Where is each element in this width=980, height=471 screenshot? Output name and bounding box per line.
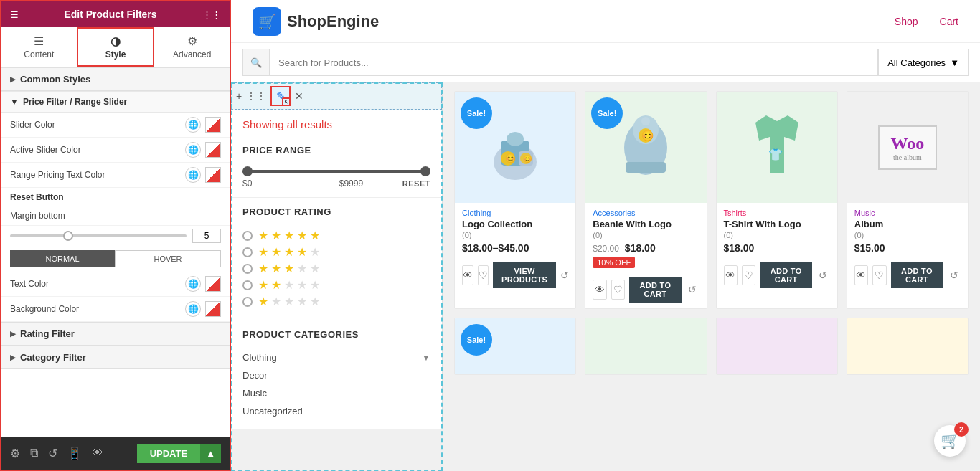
update-arrow-button[interactable]: ▲ — [200, 444, 221, 463]
range-pricing-globe[interactable]: 🌐 — [185, 167, 201, 183]
add-to-cart-btn-2[interactable]: ADD TO CART — [629, 277, 682, 303]
radio-1[interactable] — [242, 297, 253, 307]
cart-badge: 2 — [954, 422, 969, 437]
search-icon-btn[interactable]: 🔍 — [242, 49, 270, 76]
partial-img-7 — [717, 318, 837, 374]
radio-3[interactable] — [242, 264, 253, 274]
layers-icon[interactable]: ⧉ — [30, 447, 38, 460]
svg-point-13 — [641, 117, 650, 125]
update-button[interactable]: UPDATE — [137, 444, 200, 463]
nav-shop[interactable]: Shop — [895, 16, 918, 27]
price-slider-left[interactable] — [242, 166, 253, 176]
active-slider-picker[interactable] — [205, 142, 221, 158]
product-card-1: Sale! 😊 😊 — [454, 91, 576, 309]
rating-4[interactable]: ★★★★★ — [242, 245, 430, 259]
eye-icon[interactable]: 👁 — [92, 447, 103, 460]
margin-slider-thumb[interactable] — [63, 231, 73, 241]
active-slider-globe[interactable]: 🌐 — [185, 142, 201, 158]
rating-5[interactable]: ★★★★★ — [242, 229, 430, 242]
history-icon[interactable]: ↺ — [48, 447, 57, 460]
range-pricing-picker[interactable] — [205, 167, 221, 183]
woo-text: Woo — [891, 134, 925, 153]
hover-btn[interactable]: HOVER — [115, 250, 221, 267]
wishlist-action-1[interactable]: ♡ — [478, 265, 489, 285]
logo-icon-symbol: 🛒 — [258, 13, 276, 30]
category-decor[interactable]: Decor — [242, 366, 430, 384]
category-clothing-expand[interactable]: ▼ — [422, 353, 430, 363]
margin-bottom-row: Margin bottom — [1, 206, 230, 226]
wishlist-action-3[interactable]: ♡ — [742, 265, 755, 285]
product-rating-label: PRODUCT RATING — [242, 206, 331, 217]
reset-button[interactable]: RESET — [402, 179, 430, 188]
text-color-globe[interactable]: 🌐 — [185, 276, 201, 292]
tab-advanced[interactable]: ⚙ Advanced — [154, 27, 230, 67]
eye-action-1[interactable]: 👁 — [462, 265, 473, 285]
wishlist-action-2[interactable]: ♡ — [611, 280, 625, 300]
svg-rect-9 — [626, 162, 666, 173]
view-products-btn-1[interactable]: VIEW PRODUCTS — [493, 262, 556, 288]
svg-point-2 — [507, 132, 524, 146]
reload-action-1[interactable]: ↺ — [560, 265, 569, 285]
nav-cart[interactable]: Cart — [940, 16, 958, 27]
reload-action-3[interactable]: ↺ — [816, 265, 830, 285]
normal-btn[interactable]: NORMAL — [10, 250, 115, 267]
filter-edit-icon[interactable]: ✎ ↖ — [270, 86, 291, 106]
tab-style[interactable]: ◑ Style — [77, 27, 155, 67]
bg-color-globe[interactable]: 🌐 — [185, 301, 201, 317]
svg-text:👕: 👕 — [768, 148, 783, 161]
rating-3[interactable]: ★★★★★ — [242, 262, 430, 275]
tab-content[interactable]: ☰ Content — [1, 27, 77, 67]
grid-icon[interactable]: ⋮⋮ — [202, 9, 221, 20]
text-color-row: Text Color 🌐 — [1, 272, 230, 297]
text-color-label: Text Color — [10, 279, 49, 289]
eye-action-3[interactable]: 👁 — [724, 265, 738, 285]
rating-filter-header[interactable]: ▶ Rating Filter — [1, 322, 230, 346]
cart-icon-wrap[interactable]: 🛒 2 — [934, 425, 966, 457]
panel-body: ▶ Common Styles ▼ Price Filter / Range S… — [1, 67, 230, 437]
price-filter-header[interactable]: ▼ Price Filter / Range Slider — [1, 91, 230, 113]
product-rating-3: (0) — [724, 231, 830, 239]
hamburger-icon[interactable]: ☰ — [10, 9, 19, 20]
margin-slider-track[interactable] — [10, 234, 187, 237]
reload-action-4[interactable]: ↺ — [947, 265, 961, 285]
device-icon[interactable]: 📱 — [67, 447, 82, 460]
common-styles-header[interactable]: ▶ Common Styles — [1, 67, 230, 91]
radio-2[interactable] — [242, 280, 253, 290]
bg-color-picker[interactable] — [205, 301, 221, 317]
price-filter-label: Price Filter / Range Slider — [23, 97, 127, 107]
panel-footer: ⚙ ⧉ ↺ 📱 👁 UPDATE ▲ — [1, 437, 230, 470]
common-styles-label: Common Styles — [20, 74, 90, 85]
category-dropdown[interactable]: All Categories ▼ — [878, 49, 969, 76]
eye-action-2[interactable]: 👁 — [593, 280, 606, 300]
slider-color-globe[interactable]: 🌐 — [185, 117, 201, 133]
radio-5[interactable] — [242, 231, 253, 241]
category-music[interactable]: Music — [242, 384, 430, 402]
slider-color-picker[interactable] — [205, 117, 221, 133]
wishlist-action-4[interactable]: ♡ — [872, 265, 886, 285]
toolbar-close-icon[interactable]: ✕ — [295, 90, 303, 102]
rating-2[interactable]: ★★★★★ — [242, 278, 430, 292]
eye-action-4[interactable]: 👁 — [854, 265, 868, 285]
range-pricing-color-label: Range Pricing Text Color — [10, 170, 105, 180]
tab-advanced-label: Advanced — [173, 49, 211, 60]
category-uncategorized[interactable]: Uncategorized — [242, 402, 430, 420]
price-filter-arrow: ▼ — [10, 97, 19, 107]
category-clothing[interactable]: Clothing ▼ — [242, 348, 430, 366]
text-color-picker[interactable] — [205, 276, 221, 292]
add-to-cart-btn-3[interactable]: ADD TO CART — [760, 262, 812, 288]
toolbar-plus-icon[interactable]: + — [236, 90, 242, 102]
toolbar-dots-icon[interactable]: ⋮⋮ — [246, 90, 266, 102]
search-input[interactable] — [270, 49, 878, 76]
product-image-svg-1: 😊 😊 — [479, 112, 551, 184]
partial-img-5: Sale! — [455, 318, 575, 374]
reload-action-2[interactable]: ↺ — [686, 280, 699, 300]
rating-1[interactable]: ★★★★★ — [242, 295, 430, 308]
category-filter-header[interactable]: ▶ Category Filter — [1, 346, 230, 369]
price-slider-right[interactable] — [420, 166, 430, 176]
margin-value-box[interactable]: 5 — [192, 229, 221, 243]
radio-4[interactable] — [242, 247, 253, 257]
settings-icon[interactable]: ⚙ — [10, 447, 20, 460]
search-bar: 🔍 All Categories ▼ — [231, 43, 980, 82]
add-to-cart-btn-4[interactable]: ADD TO CART — [891, 262, 943, 288]
price-slider-bar[interactable] — [242, 170, 430, 173]
